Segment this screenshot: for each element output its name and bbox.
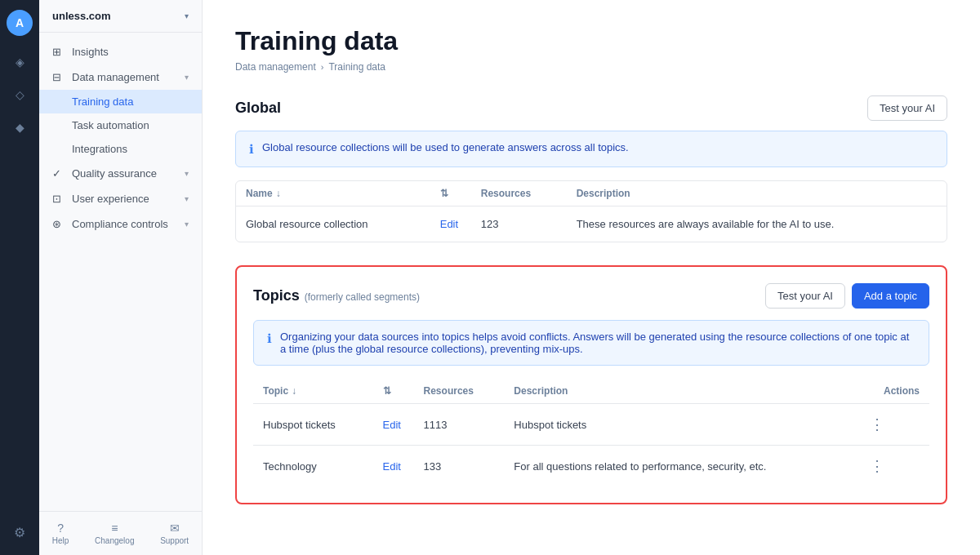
user-experience-icon: ⊡ [52, 193, 65, 205]
support-label: Support [160, 536, 189, 545]
sidebar-header[interactable]: unless.com ▾ [39, 0, 202, 33]
global-info-text: Global resource collections will be used… [262, 141, 629, 153]
global-row-edit-cell: Edit [430, 206, 471, 242]
breadcrumb-training-data: Training data [328, 61, 385, 73]
sidebar-bottom-support[interactable]: ✉ Support [160, 522, 189, 545]
topics-row1-description: Hubspot tickets [504, 404, 857, 446]
insights-icon: ⊞ [52, 46, 65, 58]
sidebar-sub-item-training-data[interactable]: Training data [39, 90, 202, 113]
topics-row2-actions: ⋮ [858, 446, 929, 487]
rail-icon-2[interactable]: ◇ [7, 82, 33, 108]
breadcrumb-separator: › [321, 62, 324, 72]
settings-icon[interactable]: ⚙ [7, 519, 33, 545]
sidebar-item-quality-assurance[interactable]: ✓ Quality assurance ▾ [39, 161, 202, 186]
topics-header: Topics (formerly called segments) Test y… [253, 283, 929, 309]
topics-section: Topics (formerly called segments) Test y… [235, 265, 947, 504]
global-col-resources: Resources [471, 181, 567, 206]
compliance-controls-chevron-icon: ▾ [185, 220, 189, 229]
support-icon: ✉ [170, 522, 180, 535]
quality-assurance-icon: ✓ [52, 167, 65, 180]
sidebar-item-user-experience[interactable]: ⊡ User experience ▾ [39, 186, 202, 211]
topics-info-text: Organizing your data sources into topics… [280, 331, 915, 355]
left-rail: A ◈ ◇ ◆ ⚙ [0, 0, 39, 555]
global-test-ai-button[interactable]: Test your AI [867, 95, 947, 121]
changelog-label: Changelog [95, 536, 134, 545]
sidebar-item-compliance-controls[interactable]: ⊛ Compliance controls ▾ [39, 211, 202, 237]
table-row: Technology Edit 133 For all questions re… [253, 446, 929, 487]
changelog-icon: ≡ [111, 522, 118, 535]
topics-col-actions: Actions [858, 379, 929, 404]
topics-row1-resources: 1113 [414, 404, 505, 446]
table-row: Hubspot tickets Edit 1113 Hubspot ticket… [253, 404, 929, 446]
topics-row1-edit-cell: Edit [373, 404, 414, 446]
sidebar-nav: ⊞ Insights ⊟ Data management ▾ Training … [39, 33, 202, 511]
topics-col-topic: Topic ↓ [253, 379, 373, 404]
topics-row2-edit-link[interactable]: Edit [383, 460, 401, 473]
sidebar-item-label-insights: Insights [72, 46, 189, 58]
topics-row2-edit-cell: Edit [373, 446, 414, 487]
global-title: Global [235, 100, 281, 117]
global-col-name: Name ↓ [236, 181, 430, 206]
sort-icon[interactable]: ↓ [276, 188, 281, 199]
topics-actions: Test your AI Add a topic [765, 283, 929, 309]
sidebar-sub-item-integrations[interactable]: Integrations [39, 137, 202, 161]
main-content: Training data Data management › Training… [203, 0, 980, 555]
sidebar-bottom-changelog[interactable]: ≡ Changelog [95, 522, 134, 545]
sidebar-item-label-data-management: Data management [72, 71, 178, 83]
topics-title: Topics [253, 287, 300, 304]
global-row-resources: 123 [471, 206, 567, 242]
global-info-icon: ℹ [249, 142, 254, 157]
topics-test-ai-button[interactable]: Test your AI [765, 283, 845, 309]
topics-row2-topic: Technology [253, 446, 373, 487]
global-table-wrapper: Name ↓ ⇅ Resources Description [235, 180, 947, 242]
help-icon: ? [57, 522, 64, 535]
topics-row1-edit-link[interactable]: Edit [383, 419, 401, 431]
sidebar-item-label-quality-assurance: Quality assurance [72, 167, 178, 180]
quality-assurance-chevron-icon: ▾ [185, 169, 189, 178]
topics-info-box: ℹ Organizing your data sources into topi… [253, 320, 929, 366]
page-title: Training data [235, 26, 947, 56]
global-col-sort[interactable]: ⇅ [430, 181, 471, 206]
topics-col-sort[interactable]: ⇅ [373, 379, 414, 404]
sidebar-item-data-management[interactable]: ⊟ Data management ▾ [39, 64, 202, 90]
topics-col-description: Description [504, 379, 857, 404]
add-topic-button[interactable]: Add a topic [852, 283, 929, 309]
topics-info-icon: ℹ [267, 331, 272, 346]
topics-sort-icon[interactable]: ↓ [292, 385, 296, 397]
workspace-chevron-icon: ▾ [185, 11, 189, 20]
topics-row2-description: For all questions related to performance… [504, 446, 857, 487]
global-section-header: Global Test your AI [235, 95, 947, 121]
global-row-description: These resources are always available for… [567, 206, 947, 242]
topics-row1-topic: Hubspot tickets [253, 404, 373, 446]
workspace-label: unless.com [52, 10, 111, 22]
global-table-header-row: Name ↓ ⇅ Resources Description [236, 181, 947, 206]
sidebar-bottom-help[interactable]: ? Help [52, 522, 69, 545]
sidebar-item-insights[interactable]: ⊞ Insights [39, 39, 202, 64]
topics-formerly: (formerly called segments) [305, 291, 420, 303]
topics-row1-menu-icon[interactable]: ⋮ [867, 415, 887, 433]
task-automation-label: Task automation [72, 119, 149, 131]
global-edit-link[interactable]: Edit [440, 218, 458, 230]
topics-title-group: Topics (formerly called segments) [253, 287, 420, 304]
training-data-label: Training data [72, 95, 133, 108]
rail-bottom: ⚙ [7, 519, 33, 545]
breadcrumb-data-management[interactable]: Data management [235, 61, 316, 73]
topics-col-resources: Resources [414, 379, 505, 404]
integrations-label: Integrations [72, 143, 127, 155]
global-section: Global Test your AI ℹ Global resource co… [235, 95, 947, 242]
topics-row2-menu-icon[interactable]: ⋮ [867, 457, 887, 475]
rail-icon-1[interactable]: ◈ [7, 49, 33, 75]
global-row-name: Global resource collection [236, 206, 430, 242]
topics-table-header-row: Topic ↓ ⇅ Resources Description Actio [253, 379, 929, 404]
data-management-chevron-icon: ▾ [185, 73, 189, 82]
help-label: Help [52, 536, 69, 545]
logo[interactable]: A [7, 10, 33, 36]
topics-row2-resources: 133 [414, 446, 505, 487]
topics-table: Topic ↓ ⇅ Resources Description Actio [253, 379, 929, 486]
rail-icon-3[interactable]: ◆ [7, 114, 33, 140]
breadcrumb: Data management › Training data [235, 61, 947, 73]
table-row: Global resource collection Edit 123 Thes… [236, 206, 947, 242]
rail-icons: ◈ ◇ ◆ [7, 49, 33, 519]
sidebar-sub-item-task-automation[interactable]: Task automation [39, 113, 202, 137]
data-management-icon: ⊟ [52, 71, 65, 83]
